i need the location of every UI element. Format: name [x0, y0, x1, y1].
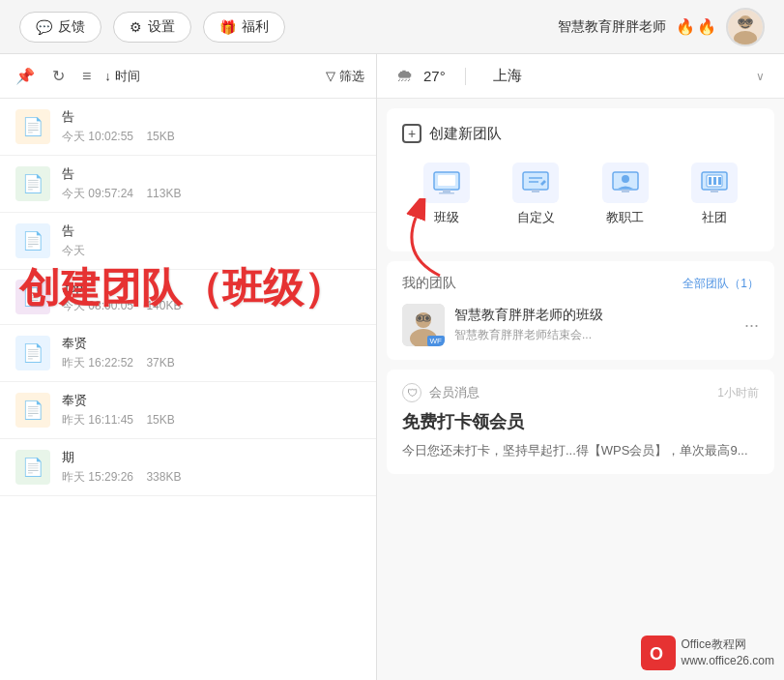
main-content: 📌 ↻ ≡ ↓ 时间 ▽ 筛选 📄 告 今天 10:02: [0, 54, 784, 680]
file-icon: 📄: [15, 393, 50, 428]
file-info: .top 今天 08:00:05 140KB: [62, 281, 361, 314]
file-meta: 今天 09:57:24 113KB: [62, 186, 361, 202]
team-type-class[interactable]: 班级: [423, 163, 470, 226]
gift-icon: 🎁: [219, 19, 236, 35]
svg-text:O: O: [650, 644, 663, 664]
team-section: + 创建新团队 班级: [387, 108, 774, 251]
notification-time: 1小时前: [717, 385, 759, 401]
user-badges: 🔥 🔥: [676, 17, 716, 36]
table-row[interactable]: 📄 告 今天 09:57:24 113KB: [0, 156, 376, 213]
custom-icon: [512, 163, 559, 203]
class-icon: [423, 163, 470, 203]
wf-badge: WF: [427, 336, 445, 346]
time-button[interactable]: ↓ 时间: [104, 68, 140, 85]
team-info: 智慧教育胖胖老师的班级 智慧教育胖胖老师结束会...: [454, 307, 735, 343]
svg-rect-21: [709, 177, 711, 185]
table-row[interactable]: 📄 告 今天: [0, 213, 376, 270]
file-meta: 今天 08:00:05 140KB: [62, 298, 361, 314]
app-container: 💬 反馈 ⚙ 设置 🎁 福利 智慧教育胖胖老师 🔥 🔥: [0, 0, 784, 680]
file-meta: 今天 10:02:55 15KB: [62, 129, 361, 145]
team-item[interactable]: WF 智慧教育胖胖老师的班级 智慧教育胖胖老师结束会... ···: [402, 304, 759, 346]
svg-rect-10: [443, 190, 450, 192]
weather-divider: [465, 68, 466, 85]
svg-rect-18: [622, 190, 629, 192]
file-info: 告 今天: [62, 222, 361, 259]
feedback-button[interactable]: 💬 反馈: [19, 12, 102, 43]
file-icon: 📄: [15, 336, 50, 370]
team-types: 班级 自定义: [402, 163, 759, 226]
plus-icon: +: [402, 124, 421, 143]
username: 智慧教育胖胖老师: [558, 18, 666, 36]
svg-rect-15: [532, 190, 539, 192]
left-panel: 📌 ↻ ≡ ↓ 时间 ▽ 筛选 📄 告 今天 10:02: [0, 54, 377, 680]
file-info: 奉贤 昨天 16:11:45 15KB: [62, 392, 361, 429]
benefits-button[interactable]: 🎁 福利: [203, 12, 285, 43]
svg-rect-11: [439, 192, 454, 194]
weather-city: 上海: [493, 67, 522, 85]
weather-temp: 27°: [423, 68, 446, 84]
file-icon: 📄: [15, 166, 50, 201]
svg-point-28: [418, 316, 421, 320]
feedback-label: 反馈: [58, 18, 85, 36]
svg-rect-23: [718, 177, 721, 185]
team-more-icon[interactable]: ···: [744, 315, 759, 336]
right-panel: 🌧 27° 上海 ∨ + 创建新团队: [377, 54, 784, 680]
file-icon: 📄: [15, 450, 50, 485]
team-name: 智慧教育胖胖老师的班级: [454, 307, 648, 324]
table-row[interactable]: 📄 告 今天 10:02:55 15KB: [0, 99, 376, 156]
pin-icon[interactable]: 📌: [12, 63, 39, 89]
team-type-custom[interactable]: 自定义: [512, 163, 559, 226]
file-name: .top: [62, 281, 255, 295]
custom-label: 自定义: [517, 209, 555, 226]
notification-title: 会员消息: [429, 384, 479, 401]
table-row[interactable]: 📄 期 昨天 15:29:26 338KB: [0, 439, 376, 496]
left-toolbar: 📌 ↻ ≡ ↓ 时间 ▽ 筛选: [0, 54, 376, 99]
class-label: 班级: [434, 209, 459, 226]
file-meta: 昨天 16:22:52 37KB: [62, 355, 361, 371]
svg-point-29: [425, 316, 429, 320]
file-name: 告: [62, 165, 255, 183]
shield-icon: 🛡: [402, 383, 421, 402]
file-meta: 今天: [62, 243, 361, 259]
avatar[interactable]: [726, 8, 765, 46]
table-row[interactable]: 📄 奉贤 昨天 16:11:45 15KB: [0, 382, 376, 439]
download-icon: ↓: [104, 69, 111, 83]
badge-fire-2: 🔥: [697, 17, 716, 36]
table-row[interactable]: 📄 .top 今天 08:00:05 140KB: [0, 270, 376, 325]
benefits-label: 福利: [242, 18, 269, 36]
team-type-club[interactable]: 社团: [691, 163, 738, 226]
file-name: 期: [62, 449, 255, 466]
filter-button[interactable]: ▽ 筛选: [326, 68, 364, 85]
team-type-staff[interactable]: 教职工: [602, 163, 649, 226]
notification-section: 🛡 会员消息 1小时前 免费打卡领会员 今日您还未打卡，坚持早起打...得【WP…: [387, 370, 774, 474]
file-info: 告 今天 09:57:24 113KB: [62, 165, 361, 202]
file-name: 奉贤: [62, 335, 255, 352]
svg-rect-9: [438, 175, 455, 186]
file-info: 告 今天 10:02:55 15KB: [62, 108, 361, 145]
refresh-icon[interactable]: ↻: [48, 63, 69, 89]
chevron-down-icon[interactable]: ∨: [756, 70, 765, 83]
file-info: 期 昨天 15:29:26 338KB: [62, 449, 361, 486]
time-label: 时间: [115, 68, 140, 85]
settings-label: 设置: [148, 18, 175, 36]
weather-icon: 🌧: [396, 66, 414, 86]
create-team-header[interactable]: + 创建新团队: [402, 124, 759, 143]
club-icon: [691, 163, 738, 203]
table-row[interactable]: 📄 奉贤 昨天 16:22:52 37KB: [0, 325, 376, 382]
team-desc: 智慧教育胖胖老师结束会...: [454, 327, 648, 343]
office-logo-icon: O: [641, 636, 676, 670]
file-info: 奉贤 昨天 16:22:52 37KB: [62, 335, 361, 371]
settings-button[interactable]: ⚙ 设置: [113, 12, 191, 43]
my-teams-section: 我的团队 全部团队（1）: [387, 261, 774, 360]
svg-rect-22: [713, 177, 716, 185]
all-teams-link[interactable]: 全部团队（1）: [682, 276, 759, 292]
file-name: 奉贤: [62, 392, 255, 409]
list-icon[interactable]: ≡: [78, 64, 95, 89]
file-list: 📄 告 今天 10:02:55 15KB 📄 告 今天 09:57:24 113…: [0, 99, 376, 680]
notification-header: 🛡 会员消息 1小时前: [402, 383, 759, 402]
my-teams-title: 我的团队: [402, 275, 456, 292]
top-bar-right: 智慧教育胖胖老师 🔥 🔥: [558, 8, 765, 46]
feedback-icon: 💬: [36, 19, 52, 35]
file-name: 告: [62, 222, 255, 240]
svg-rect-24: [711, 190, 718, 192]
